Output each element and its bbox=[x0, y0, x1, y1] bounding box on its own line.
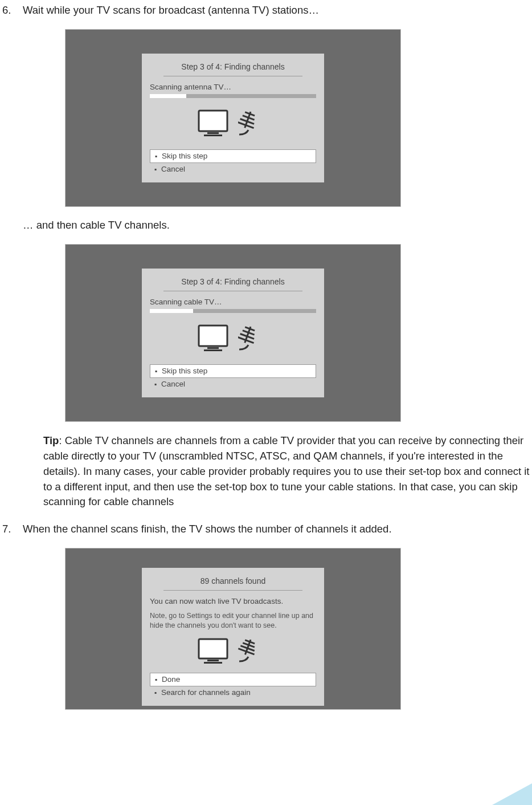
step-7-text: When the channel scans finish, the TV sh… bbox=[23, 522, 530, 536]
tip-text: : Cable TV channels are channels from a … bbox=[43, 434, 530, 507]
search-again-label: Search for channels again bbox=[161, 688, 251, 698]
scanning-label: Scanning antenna TV… bbox=[150, 82, 316, 92]
progress-fill bbox=[150, 309, 193, 313]
step-6-text: Wait while your TV scans for broadcast (… bbox=[23, 3, 530, 18]
step-7-number: 7. bbox=[2, 522, 23, 536]
tv-antenna-illustration bbox=[150, 637, 316, 666]
done-button[interactable]: ▪ Done bbox=[150, 673, 316, 686]
svg-rect-18 bbox=[204, 662, 222, 664]
bullet-icon: ▪ bbox=[150, 367, 162, 376]
svg-rect-0 bbox=[199, 111, 227, 131]
skip-label: Skip this step bbox=[162, 366, 207, 376]
progress-bar bbox=[150, 94, 316, 98]
tip-label: Tip bbox=[43, 434, 59, 446]
cancel-label: Cancel bbox=[161, 379, 185, 389]
dialog-finding-channels-cable: Step 3 of 4: Finding channels Scanning c… bbox=[142, 269, 324, 397]
cancel-button[interactable]: ▪ Cancel bbox=[150, 378, 316, 391]
step-6-number: 6. bbox=[2, 3, 23, 18]
dialog-title: Step 3 of 4: Finding channels bbox=[163, 59, 302, 76]
progress-bar bbox=[150, 309, 316, 313]
screenshot-antenna-scan: Step 3 of 4: Finding channels Scanning a… bbox=[65, 29, 401, 207]
cancel-button[interactable]: ▪ Cancel bbox=[150, 163, 316, 176]
tip-paragraph: Tip: Cable TV channels are channels from… bbox=[2, 433, 530, 510]
bullet-icon: ▪ bbox=[150, 380, 161, 389]
bullet-icon: ▪ bbox=[150, 675, 162, 684]
dialog-finding-channels-antenna: Step 3 of 4: Finding channels Scanning a… bbox=[142, 54, 324, 182]
skip-this-step-button[interactable]: ▪ Skip this step bbox=[150, 149, 316, 163]
tv-antenna-illustration bbox=[150, 108, 316, 139]
svg-rect-1 bbox=[207, 132, 219, 134]
tv-antenna-illustration bbox=[150, 323, 316, 354]
step-6: 6. Wait while your TV scans for broadcas… bbox=[2, 3, 530, 18]
bullet-icon: ▪ bbox=[150, 152, 162, 161]
step-7: 7. When the channel scans finish, the TV… bbox=[2, 522, 530, 536]
screenshot-cable-scan: Step 3 of 4: Finding channels Scanning c… bbox=[65, 244, 401, 422]
dialog-channels-found: 89 channels found You can now watch live… bbox=[142, 568, 324, 706]
bullet-icon: ▪ bbox=[150, 688, 161, 697]
skip-label: Skip this step bbox=[162, 151, 207, 161]
svg-rect-2 bbox=[204, 135, 222, 136]
channels-found-description: You can now watch live TV broadcasts. bbox=[150, 596, 316, 607]
channels-found-note: Note, go to Settings to edit your channe… bbox=[150, 611, 316, 631]
svg-rect-16 bbox=[199, 639, 227, 658]
screenshot-channels-found: 89 channels found You can now watch live… bbox=[65, 548, 401, 710]
svg-rect-9 bbox=[207, 347, 219, 349]
step-6-continuation: … and then cable TV channels. bbox=[2, 218, 530, 233]
search-again-button[interactable]: ▪ Search for channels again bbox=[150, 686, 316, 699]
skip-this-step-button[interactable]: ▪ Skip this step bbox=[150, 364, 316, 378]
svg-rect-10 bbox=[204, 349, 222, 351]
bullet-icon: ▪ bbox=[150, 165, 161, 174]
done-label: Done bbox=[162, 674, 180, 685]
svg-rect-8 bbox=[199, 326, 227, 346]
dialog-title: 89 channels found bbox=[163, 574, 302, 591]
cancel-label: Cancel bbox=[161, 164, 185, 174]
dialog-title: Step 3 of 4: Finding channels bbox=[163, 274, 302, 291]
svg-rect-17 bbox=[207, 660, 219, 661]
scanning-label: Scanning cable TV… bbox=[150, 297, 316, 307]
progress-fill bbox=[150, 94, 186, 98]
